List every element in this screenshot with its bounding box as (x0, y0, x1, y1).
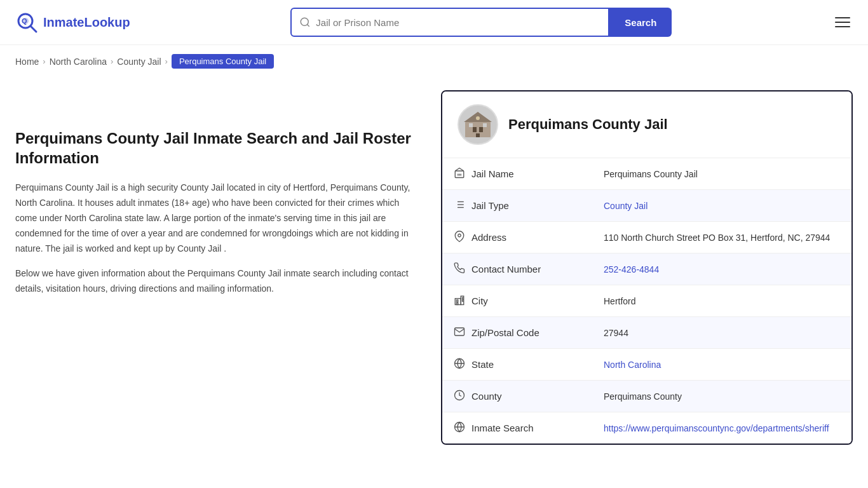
table-row: City Hertford (442, 285, 851, 317)
jail-avatar (458, 104, 498, 145)
search-icon (299, 17, 311, 28)
svg-rect-27 (457, 300, 458, 302)
svg-line-1 (31, 26, 36, 32)
jail-building-icon (463, 109, 493, 140)
breadcrumb-type[interactable]: County Jail (117, 57, 161, 67)
breadcrumb-sep: › (43, 57, 45, 66)
search-button[interactable]: Search (609, 8, 672, 37)
mail-icon (454, 326, 465, 339)
svg-rect-11 (483, 123, 487, 127)
table-row: Jail Type County Jail (442, 190, 851, 222)
info-label: Jail Type (454, 199, 581, 212)
info-value-link[interactable]: https://www.perquimanscountync.gov/depar… (604, 423, 829, 433)
logo-icon: Q (15, 11, 38, 34)
info-value-link[interactable]: County Jail (604, 201, 648, 211)
label-text: Inmate Search (471, 423, 534, 433)
svg-point-13 (476, 116, 480, 120)
left-column: Perquimans County Jail Inmate Search and… (15, 90, 422, 445)
info-label: State (454, 358, 581, 371)
phone-icon (454, 262, 465, 276)
info-value-link[interactable]: 252-426-4844 (604, 264, 659, 274)
logo-text: InmateLookup (43, 15, 130, 30)
info-value: 27944 (604, 328, 628, 338)
info-label: County (454, 390, 581, 403)
jail-icon (454, 167, 465, 180)
svg-rect-8 (473, 127, 477, 132)
svg-rect-12 (476, 133, 480, 137)
right-column: Perquimans County Jail Jail Name Perquim… (441, 90, 853, 445)
breadcrumb-sep: › (111, 57, 113, 66)
hamburger-line (835, 17, 850, 18)
menu-button[interactable] (832, 15, 853, 30)
svg-point-24 (458, 234, 461, 237)
info-value: Hertford (604, 296, 636, 306)
logo[interactable]: Q InmateLookup (15, 11, 130, 34)
page-description-1: Perquimans County Jail is a high securit… (15, 180, 422, 256)
info-label: Address (454, 231, 581, 244)
table-row: Zip/Postal Code 27944 (442, 317, 851, 349)
info-table: Jail Name Perquimans County Jail Jail Ty… (442, 158, 851, 444)
page-title: Perquimans County Jail Inmate Search and… (15, 128, 422, 168)
table-row: County Perquimans County (442, 381, 851, 412)
table-row: Contact Number 252-426-4844 (442, 254, 851, 285)
label-text: City (471, 295, 488, 306)
search-input[interactable] (316, 17, 600, 28)
info-label: Inmate Search (454, 421, 581, 435)
search-bar: Search (290, 8, 672, 37)
label-text: Address (471, 232, 506, 243)
hamburger-line (835, 26, 850, 27)
svg-rect-29 (463, 297, 464, 299)
info-value: 110 North Church Street PO Box 31, Hertf… (604, 233, 830, 243)
info-value: Perquimans County (604, 391, 682, 402)
header: Q InmateLookup Search (0, 0, 868, 45)
pin-icon (454, 231, 465, 244)
svg-text:Q: Q (22, 17, 27, 25)
svg-point-4 (301, 18, 309, 25)
globe-icon (454, 358, 465, 371)
jail-card-header: Perquimans County Jail (442, 92, 851, 158)
main-content: Perquimans County Jail Inmate Search and… (0, 78, 868, 470)
label-text: Jail Type (471, 200, 509, 211)
info-label: Jail Name (454, 167, 581, 180)
city-icon (454, 294, 465, 308)
list-icon (454, 199, 465, 212)
table-row: Inmate Search https://www.perquimanscoun… (442, 412, 851, 444)
breadcrumb-sep: › (165, 57, 168, 66)
label-text: Contact Number (471, 264, 541, 274)
breadcrumb-home[interactable]: Home (15, 57, 39, 67)
info-label: City (454, 294, 581, 308)
svg-line-5 (308, 24, 309, 26)
info-value-link[interactable]: North Carolina (604, 360, 661, 370)
svg-rect-10 (469, 123, 473, 127)
label-text: State (471, 359, 494, 370)
county-icon (454, 390, 465, 403)
label-text: Jail Name (471, 168, 514, 179)
svg-rect-9 (479, 127, 483, 132)
search-globe-icon (454, 421, 465, 435)
jail-card: Perquimans County Jail Jail Name Perquim… (441, 90, 853, 445)
info-label: Zip/Postal Code (454, 326, 581, 339)
jail-card-name: Perquimans County Jail (508, 116, 668, 133)
info-label: Contact Number (454, 262, 581, 276)
table-row: State North Carolina (442, 349, 851, 381)
info-value: Perquimans County Jail (604, 169, 698, 179)
breadcrumb-current: Perquimans County Jail (172, 54, 274, 69)
svg-rect-30 (463, 300, 464, 301)
table-row: Address 110 North Church Street PO Box 3… (442, 222, 851, 254)
breadcrumb: Home › North Carolina › County Jail › Pe… (0, 45, 868, 78)
label-text: County (471, 391, 502, 402)
svg-rect-28 (457, 303, 458, 305)
label-text: Zip/Postal Code (471, 327, 539, 338)
breadcrumb-state[interactable]: North Carolina (50, 57, 107, 67)
table-row: Jail Name Perquimans County Jail (442, 158, 851, 190)
search-input-wrapper (290, 8, 609, 37)
page-description-2: Below we have given information about th… (15, 266, 422, 297)
hamburger-line (835, 22, 850, 23)
